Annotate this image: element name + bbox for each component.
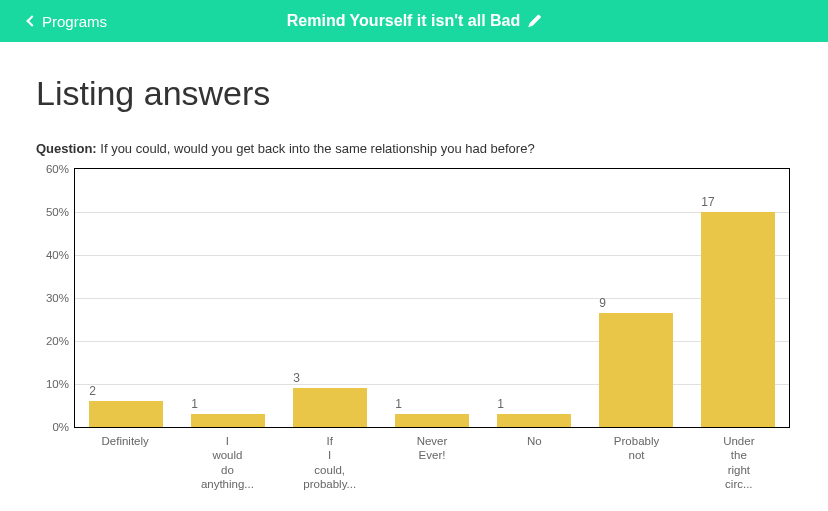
- bar: 9: [599, 313, 672, 427]
- x-tick-label: NeverEver!: [381, 434, 483, 492]
- x-tick-label: Iwoulddoanything...: [176, 434, 278, 492]
- bar: 3: [293, 388, 366, 427]
- bar-value-label: 2: [89, 384, 96, 398]
- x-axis-labels: DefinitelyIwoulddoanything...IfIcould,pr…: [74, 434, 790, 492]
- bar-value-label: 17: [701, 195, 714, 209]
- bar: 17: [701, 212, 774, 427]
- header-title-wrap: Remind Yourself it isn't all Bad: [107, 12, 722, 30]
- back-link[interactable]: Programs: [28, 13, 107, 30]
- y-tick-label: 30%: [35, 292, 69, 304]
- x-tick-label: Definitely: [74, 434, 176, 492]
- bar-slot: 1: [177, 169, 279, 427]
- bar-slot: 2: [75, 169, 177, 427]
- bar-slot: 9: [585, 169, 687, 427]
- bar-slot: 1: [381, 169, 483, 427]
- bar: 1: [191, 414, 264, 427]
- bar-value-label: 1: [191, 397, 198, 411]
- content-area: Listing answers Question: If you could, …: [0, 42, 828, 492]
- bar-slot: 1: [483, 169, 585, 427]
- bar-slot: 3: [279, 169, 381, 427]
- x-tick-label: Undertherightcirc...: [688, 434, 790, 492]
- bar-value-label: 1: [395, 397, 402, 411]
- header-title: Remind Yourself it isn't all Bad: [287, 12, 520, 30]
- question-line: Question: If you could, would you get ba…: [36, 141, 792, 156]
- bar-value-label: 1: [497, 397, 504, 411]
- question-text: If you could, would you get back into th…: [100, 141, 534, 156]
- y-tick-label: 10%: [35, 378, 69, 390]
- pencil-icon[interactable]: [528, 14, 542, 28]
- x-tick-label: No: [483, 434, 585, 492]
- y-tick-label: 60%: [35, 163, 69, 175]
- bar-value-label: 3: [293, 371, 300, 385]
- chart-plot-area: 0%10%20%30%40%50%60% 21311917: [74, 168, 790, 428]
- question-prefix: Question:: [36, 141, 97, 156]
- page-heading: Listing answers: [36, 74, 792, 113]
- bar: 2: [89, 401, 162, 427]
- y-tick-label: 20%: [35, 335, 69, 347]
- bar-slot: 17: [687, 169, 789, 427]
- bars-container: 21311917: [75, 169, 789, 427]
- y-tick-label: 50%: [35, 206, 69, 218]
- bar-value-label: 9: [599, 296, 606, 310]
- chevron-left-icon: [26, 15, 37, 26]
- y-tick-label: 0%: [35, 421, 69, 433]
- y-tick-label: 40%: [35, 249, 69, 261]
- x-tick-label: Probablynot: [585, 434, 687, 492]
- bar: 1: [497, 414, 570, 427]
- bar: 1: [395, 414, 468, 427]
- x-tick-label: IfIcould,probably...: [279, 434, 381, 492]
- back-label: Programs: [42, 13, 107, 30]
- app-header: Programs Remind Yourself it isn't all Ba…: [0, 0, 828, 42]
